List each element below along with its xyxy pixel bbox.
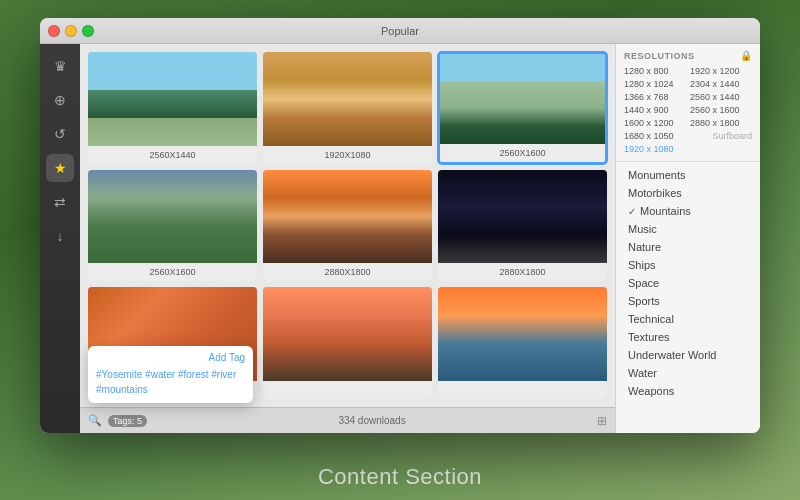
close-button[interactable] [48,25,60,37]
download-icon[interactable]: ↓ [46,222,74,250]
resolution-item[interactable]: 2560 x 1440 [690,91,752,103]
wallpaper-thumbnail [88,52,257,146]
grid-item[interactable]: 1920X1080 [263,52,432,164]
resolution-label [263,381,432,399]
app-window: Popular ♛ ⊕ ↺ ★ ⇄ ↓ 2560X1440 1920X1080 [40,18,760,433]
resolution-item[interactable]: 2560 x 1600 [690,104,752,116]
plus-circle-icon[interactable]: ⊕ [46,86,74,114]
grid-item[interactable]: 2880X1800 [263,170,432,282]
add-tag-button[interactable]: Add Tag [208,352,245,363]
category-underwater[interactable]: Underwater World [616,346,760,364]
loop-icon[interactable]: ↺ [46,120,74,148]
grid-item[interactable] [263,287,432,399]
category-label: Mountains [640,205,691,217]
category-music[interactable]: Music [616,220,760,238]
category-motorbikes[interactable]: Motorbikes [616,184,760,202]
category-sports[interactable]: Sports [616,292,760,310]
resolution-item[interactable]: 1280 x 800 [624,65,686,77]
tags-badge: Tags: 5 [108,415,147,427]
wallpaper-thumbnail [263,287,432,381]
resolution-item-active[interactable]: 1920 x 1080 [624,143,686,155]
category-technical[interactable]: Technical [616,310,760,328]
surfboard-label: Surfboard [690,130,752,142]
tag-list: #Yosemite #water #forest #river #mountai… [96,367,245,397]
wallpaper-thumbnail [263,170,432,264]
crown-icon[interactable]: ♛ [46,52,74,80]
window-title: Popular [381,25,419,37]
category-nature[interactable]: Nature [616,238,760,256]
category-mountains[interactable]: ✓ Mountains [616,202,760,220]
left-sidebar: ♛ ⊕ ↺ ★ ⇄ ↓ [40,44,80,433]
resolution-label: 2560X1440 [88,146,257,164]
lock-icon[interactable]: 🔒 [740,50,753,61]
wallpaper-thumbnail [263,52,432,146]
resolutions-section: RESOLUTIONS 🔒 1280 x 800 1920 x 1200 128… [616,44,760,162]
tag-popup-header: Add Tag [96,352,245,363]
resolution-item[interactable]: 1366 x 768 [624,91,686,103]
resolution-item[interactable]: 1440 x 900 [624,104,686,116]
category-monuments[interactable]: Monuments [616,166,760,184]
resolutions-header: RESOLUTIONS 🔒 [624,50,752,61]
tag-popup: Add Tag #Yosemite #water #forest #river … [88,346,253,403]
right-sidebar: RESOLUTIONS 🔒 1280 x 800 1920 x 1200 128… [615,44,760,433]
resolution-item[interactable]: 1680 x 1050 [624,130,686,142]
main-content: ♛ ⊕ ↺ ★ ⇄ ↓ 2560X1440 1920X1080 [40,44,760,433]
wallpaper-thumbnail [438,287,607,381]
resolution-label: 2560X1600 [88,263,257,281]
minimize-button[interactable] [65,25,77,37]
resolution-label: 2880X1800 [263,263,432,281]
wallpaper-thumbnail [438,170,607,264]
center-content: 2560X1440 1920X1080 2560X1600 2560X1600 … [80,44,615,433]
check-icon: ✓ [628,206,636,217]
star-icon[interactable]: ★ [46,154,74,182]
category-weapons[interactable]: Weapons [616,382,760,400]
bottom-bar: 🔍 Tags: 5 334 downloads ⊞ [80,407,615,433]
resolution-item[interactable]: 2304 x 1440 [690,78,752,90]
resolution-item[interactable]: 1280 x 1024 [624,78,686,90]
category-water[interactable]: Water [616,364,760,382]
page-section-label: Content Section [0,464,800,490]
wallpaper-thumbnail [440,54,605,144]
grid-item[interactable]: 2560X1440 [88,52,257,164]
grid-item[interactable]: 2880X1800 [438,170,607,282]
resolution-item[interactable]: 1920 x 1200 [690,65,752,77]
resolution-grid: 1280 x 800 1920 x 1200 1280 x 1024 2304 … [624,65,752,155]
maximize-button[interactable] [82,25,94,37]
grid-item-selected[interactable]: 2560X1600 [438,52,607,164]
resolution-label [438,381,607,399]
grid-item[interactable] [438,287,607,399]
grid-item[interactable]: 2560X1600 [88,170,257,282]
resolution-label: 2880X1800 [438,263,607,281]
title-bar: Popular [40,18,760,44]
window-controls [48,25,94,37]
search-icon[interactable]: 🔍 [88,414,102,427]
category-ships[interactable]: Ships [616,256,760,274]
resolution-item[interactable]: 2880 x 1800 [690,117,752,129]
resolution-item[interactable]: 1600 x 1200 [624,117,686,129]
categories-section: Monuments Motorbikes ✓ Mountains Music N… [616,162,760,404]
category-textures[interactable]: Textures [616,328,760,346]
downloads-count: 334 downloads [153,415,591,426]
category-space[interactable]: Space [616,274,760,292]
shuffle-icon[interactable]: ⇄ [46,188,74,216]
wallpaper-thumbnail [88,170,257,264]
grid-view-icon[interactable]: ⊞ [597,414,607,428]
resolution-label: 1920X1080 [263,146,432,164]
resolutions-label: RESOLUTIONS [624,51,695,61]
resolution-label: 2560X1600 [440,144,605,162]
